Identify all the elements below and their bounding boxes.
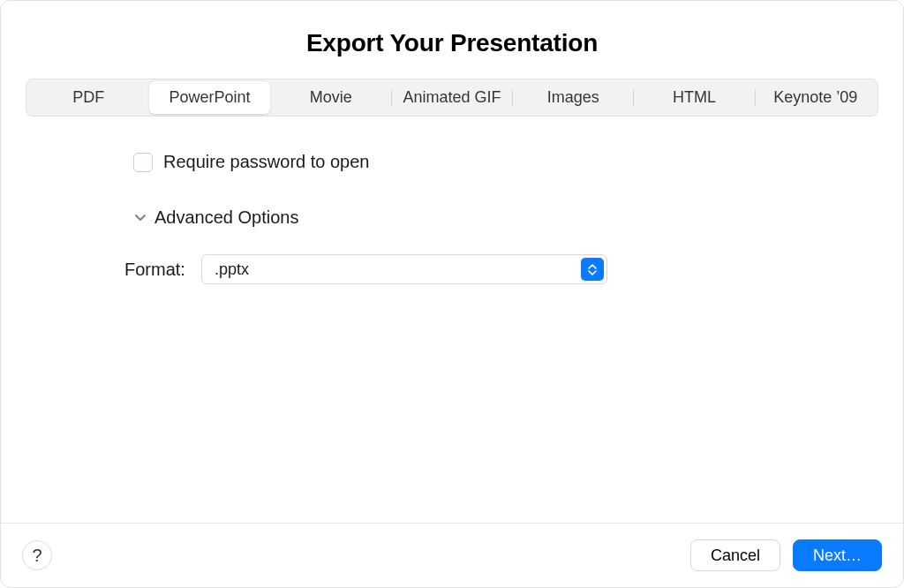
format-selected-value: .pptx: [215, 260, 249, 279]
tab-label: Images: [547, 88, 599, 106]
advanced-options-label: Advanced Options: [154, 207, 298, 228]
tab-label: Animated GIF: [403, 88, 501, 106]
format-row: Format: .pptx: [124, 254, 903, 284]
select-stepper-icon: [581, 258, 604, 281]
cancel-button[interactable]: Cancel: [690, 539, 780, 571]
tab-keynote09[interactable]: Keynote ’09: [756, 81, 876, 114]
help-icon: ?: [32, 546, 41, 566]
tab-label: PowerPoint: [169, 88, 250, 106]
format-tabs: PDF PowerPoint Movie Animated GIF Images…: [26, 79, 878, 117]
tab-pdf[interactable]: PDF: [28, 81, 148, 114]
format-label: Format:: [124, 260, 185, 280]
tab-powerpoint[interactable]: PowerPoint: [149, 81, 269, 114]
format-select-wrap: .pptx: [201, 254, 607, 284]
advanced-options-disclosure[interactable]: Advanced Options: [133, 207, 903, 228]
button-label: Next…: [813, 547, 862, 564]
tab-movie[interactable]: Movie: [271, 81, 391, 114]
next-button[interactable]: Next…: [793, 539, 882, 571]
export-dialog: Export Your Presentation PDF PowerPoint …: [0, 0, 904, 588]
dialog-footer: ? Cancel Next…: [1, 523, 903, 587]
help-button[interactable]: ?: [22, 540, 52, 570]
chevron-down-icon: [133, 211, 147, 225]
require-password-label: Require password to open: [163, 152, 369, 172]
require-password-row: Require password to open: [133, 152, 903, 172]
tab-animated-gif[interactable]: Animated GIF: [392, 81, 512, 114]
tab-label: HTML: [673, 88, 716, 106]
tab-label: Keynote ’09: [773, 88, 857, 106]
tab-html[interactable]: HTML: [634, 81, 754, 114]
button-label: Cancel: [711, 547, 760, 564]
tabs-container: PDF PowerPoint Movie Animated GIF Images…: [1, 79, 903, 117]
options-panel: Require password to open Advanced Option…: [1, 117, 903, 523]
dialog-header: Export Your Presentation: [1, 1, 903, 79]
require-password-checkbox[interactable]: [133, 153, 153, 172]
tab-images[interactable]: Images: [513, 81, 633, 114]
tab-label: PDF: [72, 88, 104, 106]
dialog-title: Export Your Presentation: [1, 29, 903, 57]
format-select[interactable]: .pptx: [201, 254, 607, 284]
tab-label: Movie: [310, 88, 352, 106]
